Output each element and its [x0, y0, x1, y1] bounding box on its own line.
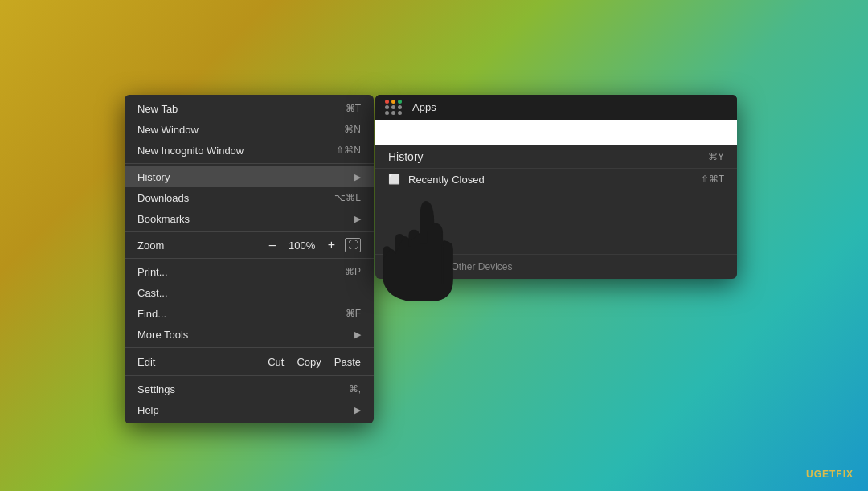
arrow-icon: ▶ [354, 172, 361, 182]
menu-item-new-tab[interactable]: New Tab ⌘T [125, 98, 374, 119]
zoom-controls: – 100% + ⛶ [266, 238, 361, 252]
submenu-recently-closed[interactable]: ⬜ Recently Closed ⇧⌘T [375, 169, 737, 190]
submenu-no-tabs: No Tabs From Other Devices [375, 254, 737, 279]
zoom-plus-button[interactable]: + [325, 238, 338, 252]
apps-label: Apps [412, 101, 436, 113]
fullscreen-button[interactable]: ⛶ [345, 238, 361, 252]
bookmarks-arrow-icon: ▶ [354, 214, 361, 224]
submenu-history-label: History [388, 150, 708, 163]
main-menu: New Tab ⌘T New Window ⌘N New Incognito W… [125, 95, 374, 423]
watermark: UGETFIX [806, 468, 854, 480]
url-bar-area[interactable] [375, 120, 737, 145]
paste-button[interactable]: Paste [334, 356, 361, 368]
divider-2 [125, 231, 374, 232]
menu-item-new-incognito[interactable]: New Incognito Window ⇧⌘N [125, 140, 374, 161]
edit-row: Edit Cut Copy Paste [125, 350, 374, 373]
divider-4 [125, 347, 374, 348]
more-tools-arrow-icon: ▶ [354, 329, 361, 340]
menu-item-find[interactable]: Find... ⌘F [125, 303, 374, 324]
zoom-row: Zoom – 100% + ⛶ [125, 235, 374, 256]
menu-item-downloads[interactable]: Downloads ⌥⌘L [125, 187, 374, 208]
apps-dots-icon [385, 100, 403, 115]
tab-icon: ⬜ [388, 174, 400, 185]
watermark-text: UGETFIX [806, 468, 854, 480]
submenu-history-shortcut: ⌘Y [708, 151, 724, 162]
zoom-value: 100% [286, 239, 318, 252]
edit-actions: Cut Copy Paste [268, 356, 361, 368]
menu-item-history[interactable]: History ▶ [125, 166, 374, 187]
menu-item-new-window[interactable]: New Window ⌘N [125, 119, 374, 140]
divider-1 [125, 163, 374, 164]
submenu-spacer [375, 190, 737, 254]
menu-item-bookmarks[interactable]: Bookmarks ▶ [125, 208, 374, 229]
history-submenu: Apps History ⌘Y ⬜ Recently Closed ⇧⌘T No… [375, 95, 737, 279]
menu-item-more-tools[interactable]: More Tools ▶ [125, 324, 374, 345]
menu-item-cast[interactable]: Cast... [125, 282, 374, 303]
menu-item-help[interactable]: Help ▶ [125, 399, 374, 420]
copy-button[interactable]: Copy [297, 356, 321, 368]
submenu-history-row: History ⌘Y [375, 145, 737, 169]
menu-item-settings[interactable]: Settings ⌘, [125, 378, 374, 399]
help-arrow-icon: ▶ [354, 405, 361, 415]
recently-closed-label: Recently Closed [408, 174, 701, 186]
zoom-minus-button[interactable]: – [266, 238, 280, 252]
divider-5 [125, 375, 374, 376]
menu-item-print[interactable]: Print... ⌘P [125, 261, 374, 282]
divider-3 [125, 258, 374, 259]
submenu-header: Apps [375, 95, 737, 120]
recently-closed-shortcut: ⇧⌘T [701, 174, 724, 185]
cut-button[interactable]: Cut [268, 356, 284, 368]
menu-container: New Tab ⌘T New Window ⌘N New Incognito W… [125, 95, 735, 423]
no-tabs-label: No Tabs From Other Devices [388, 261, 513, 272]
